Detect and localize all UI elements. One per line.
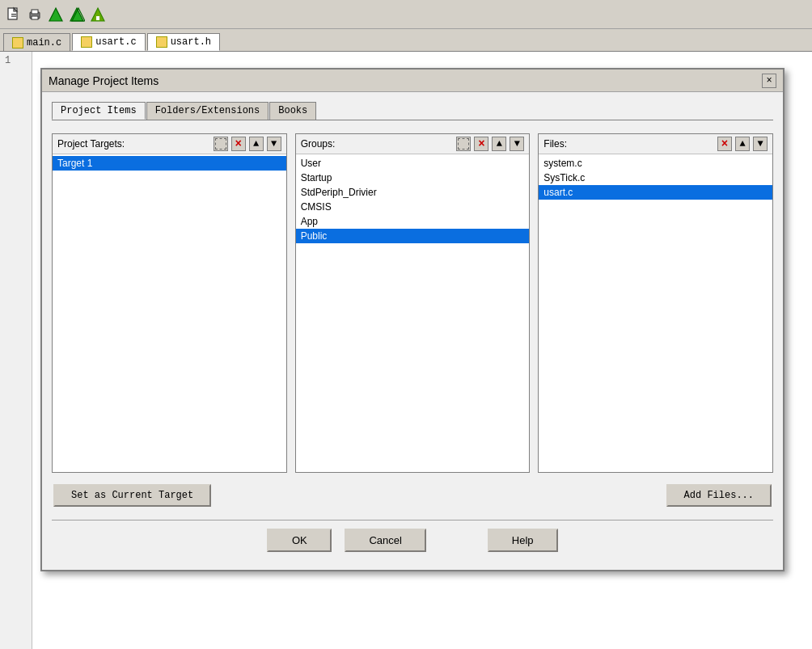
svg-rect-2 <box>11 14 16 15</box>
targets-list: Target 1 <box>53 154 286 472</box>
list-item[interactable]: system.c <box>539 156 772 171</box>
targets-down-btn[interactable]: ▼ <box>267 137 281 151</box>
svg-marker-7 <box>49 8 62 21</box>
delete-icon: × <box>721 138 728 150</box>
files-header: Files: × ▲ ▼ <box>539 134 772 154</box>
list-item[interactable]: App <box>296 214 530 229</box>
tab-books[interactable]: Books <box>269 102 316 120</box>
up-icon: ▲ <box>497 139 502 149</box>
list-item[interactable]: Startup <box>296 171 530 185</box>
list-item[interactable]: StdPeriph_Drivier <box>296 185 530 200</box>
tab-label: usart.h <box>171 36 211 48</box>
list-item[interactable]: User <box>296 156 530 171</box>
groups-delete-btn[interactable]: × <box>474 137 488 151</box>
download-icon[interactable] <box>89 6 107 23</box>
tab-usart-c[interactable]: usart.c <box>72 33 145 51</box>
targets-up-btn[interactable]: ▲ <box>249 137 264 151</box>
new-icon <box>458 138 469 150</box>
targets-header: Project Targets: × ▲ ▼ <box>53 134 286 154</box>
up-icon: ▲ <box>253 139 259 149</box>
svg-rect-6 <box>32 16 38 19</box>
list-item[interactable]: SysTick.c <box>539 171 772 185</box>
targets-new-btn[interactable] <box>214 137 228 151</box>
tab-project-items[interactable]: Project Items <box>52 102 146 120</box>
files-delete-btn[interactable]: × <box>717 137 732 151</box>
files-list: system.c SysTick.c usart.c <box>539 154 772 472</box>
build-icon[interactable] <box>47 6 65 23</box>
tab-usart-h[interactable]: usart.h <box>147 33 220 51</box>
groups-list: User Startup StdPeriph_Drivier CMSIS App… <box>296 154 530 472</box>
tab-label: usart.c <box>95 36 136 48</box>
add-files-button[interactable]: Add Files... <box>666 484 772 507</box>
main-toolbar <box>0 0 812 29</box>
groups-title: Groups: <box>301 138 454 150</box>
print-icon[interactable] <box>26 6 44 23</box>
file-icon <box>156 36 167 48</box>
dialog-title: Manage Project Items <box>49 74 762 87</box>
ok-button[interactable]: OK <box>267 529 332 552</box>
files-up-btn[interactable]: ▲ <box>735 137 750 151</box>
down-icon: ▼ <box>757 139 763 149</box>
new-icon <box>215 138 226 150</box>
file-icon <box>81 36 92 48</box>
down-icon: ▼ <box>514 139 520 149</box>
bottom-buttons: Set as Current Target Add Files... <box>52 484 773 507</box>
delete-icon: × <box>478 138 484 150</box>
svg-rect-5 <box>32 10 38 14</box>
dialog-content: Project Items Folders/Extensions Books P… <box>42 92 783 570</box>
svg-rect-3 <box>11 15 16 16</box>
files-panel: Files: × ▲ ▼ system.c SysTick.c <box>538 133 773 473</box>
inner-tabbar: Project Items Folders/Extensions Books <box>52 102 773 120</box>
groups-new-btn[interactable] <box>456 137 471 151</box>
cancel-button[interactable]: Cancel <box>345 529 425 552</box>
files-down-btn[interactable]: ▼ <box>753 137 768 151</box>
down-icon: ▼ <box>271 139 277 149</box>
set-current-target-button[interactable]: Set as Current Target <box>53 484 211 507</box>
close-button[interactable]: × <box>762 74 776 88</box>
tab-label: main.c <box>27 37 61 48</box>
dialog-overlay: Manage Project Items × Project Items Fol… <box>0 52 812 649</box>
list-item[interactable]: Target 1 <box>53 156 286 171</box>
groups-up-btn[interactable]: ▲ <box>492 137 506 151</box>
files-title: Files: <box>543 138 714 150</box>
groups-down-btn[interactable]: ▼ <box>510 137 524 151</box>
manage-project-dialog: Manage Project Items × Project Items Fol… <box>40 68 785 571</box>
rebuild-icon[interactable] <box>68 6 86 23</box>
tab-main-c[interactable]: main.c <box>3 33 70 51</box>
list-item[interactable]: CMSIS <box>296 200 530 214</box>
groups-header: Groups: × ▲ ▼ <box>296 134 530 154</box>
list-item[interactable]: usart.c <box>539 185 772 200</box>
tab-folders-extensions[interactable]: Folders/Extensions <box>146 102 269 120</box>
file-tabbar: main.c usart.c usart.h <box>0 29 812 52</box>
dialog-titlebar: Manage Project Items × <box>42 70 783 92</box>
file-icon <box>12 37 23 48</box>
targets-delete-btn[interactable]: × <box>231 137 246 151</box>
up-icon: ▲ <box>739 139 745 149</box>
dialog-footer: OK Cancel Help <box>52 520 773 560</box>
project-targets-panel: Project Targets: × ▲ ▼ <box>52 133 287 473</box>
targets-title: Project Targets: <box>57 138 210 150</box>
svg-rect-11 <box>96 16 99 20</box>
panels: Project Targets: × ▲ ▼ <box>52 133 773 473</box>
list-item[interactable]: Public <box>296 229 530 243</box>
groups-panel: Groups: × ▲ ▼ <box>295 133 531 473</box>
delete-icon: × <box>235 138 241 150</box>
new-file-icon[interactable] <box>5 6 23 23</box>
help-button[interactable]: Help <box>488 529 558 552</box>
